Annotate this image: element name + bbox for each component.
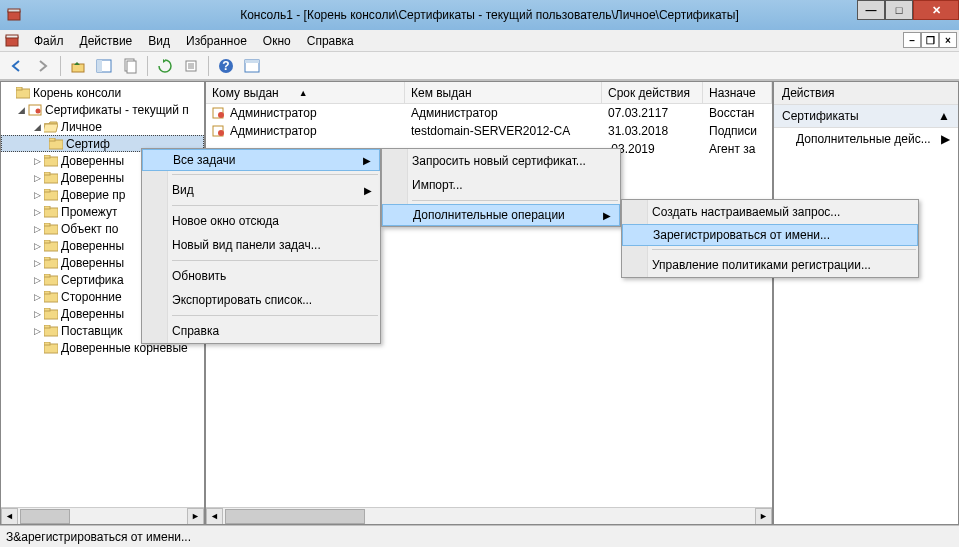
help-button[interactable]: ? <box>215 55 237 77</box>
expand-toggle[interactable]: ◢ <box>15 105 27 115</box>
folder-icon <box>43 154 59 168</box>
tree-label: Доверенны <box>61 307 124 321</box>
menu-window[interactable]: Окно <box>255 32 299 50</box>
folder-icon <box>43 273 59 287</box>
svg-rect-13 <box>245 60 259 63</box>
menu-help[interactable]: Справка <box>299 32 362 50</box>
expand-toggle[interactable]: ▷ <box>31 309 43 319</box>
mdi-restore[interactable]: ❐ <box>921 32 939 48</box>
ctx-help[interactable]: Справка <box>142 319 380 343</box>
refresh-button[interactable] <box>154 55 176 77</box>
actions-pane: Действия Сертификаты ▲ Дополнительные де… <box>773 81 959 525</box>
tree-certs-user[interactable]: ◢ Сертификаты - текущий п <box>1 101 204 118</box>
context-menu-1: Все задачи▶ Вид▶ Новое окно отсюда Новый… <box>141 148 381 344</box>
col-expires[interactable]: Срок действия <box>602 82 703 103</box>
menu-file[interactable]: Файл <box>26 32 72 50</box>
svg-rect-3 <box>6 35 18 38</box>
actions-section[interactable]: Сертификаты ▲ <box>774 105 958 128</box>
expand-toggle[interactable]: ▷ <box>31 258 43 268</box>
scroll-left-button[interactable]: ◄ <box>206 508 223 525</box>
expand-toggle[interactable]: ▷ <box>31 207 43 217</box>
ctx-import[interactable]: Импорт... <box>382 173 620 197</box>
expand-toggle[interactable]: ▷ <box>31 224 43 234</box>
scrollbar-thumb[interactable] <box>225 509 365 524</box>
tree-root[interactable]: Корень консоли <box>1 84 204 101</box>
ctx-new-window[interactable]: Новое окно отсюда <box>142 209 380 233</box>
ctx-manage-policies[interactable]: Управление политиками регистрации... <box>622 253 918 277</box>
col-issued-to[interactable]: Кому выдан▲ <box>206 82 405 103</box>
list-hscrollbar[interactable]: ◄ ► <box>206 507 772 524</box>
tree-label: Доверенны <box>61 256 124 270</box>
scrollbar-track[interactable] <box>18 508 187 525</box>
scrollbar-thumb[interactable] <box>20 509 70 524</box>
table-row[interactable]: Администратор testdomain-SERVER2012-CA 3… <box>206 122 772 140</box>
ctx-export[interactable]: Экспортировать список... <box>142 288 380 312</box>
expand-toggle[interactable]: ▷ <box>31 156 43 166</box>
expand-toggle[interactable]: ▷ <box>31 190 43 200</box>
collapse-icon[interactable]: ▲ <box>938 109 950 123</box>
folder-icon <box>43 188 59 202</box>
tree-label: Промежут <box>61 205 117 219</box>
svg-rect-23 <box>44 172 50 175</box>
show-hide-tree-button[interactable] <box>93 55 115 77</box>
up-button[interactable] <box>67 55 89 77</box>
context-menu-2: Запросить новый сертификат... Импорт... … <box>381 148 621 227</box>
menu-favorites[interactable]: Избранное <box>178 32 255 50</box>
folder-icon <box>43 239 59 253</box>
export-button[interactable] <box>180 55 202 77</box>
tree-personal[interactable]: ◢ Личное <box>1 118 204 135</box>
tree-label: Личное <box>61 120 102 134</box>
tree-label: Поставщик <box>61 324 123 338</box>
menu-view[interactable]: Вид <box>140 32 178 50</box>
ctx-new-taskpad[interactable]: Новый вид панели задач... <box>142 233 380 257</box>
ctx-refresh[interactable]: Обновить <box>142 264 380 288</box>
col-purpose[interactable]: Назначе <box>703 82 772 103</box>
ctx-request-new[interactable]: Запросить новый сертификат... <box>382 149 620 173</box>
cell-purpose: Восстан <box>703 106 772 120</box>
scrollbar-track[interactable] <box>223 508 755 525</box>
app-icon <box>4 5 24 25</box>
table-row[interactable]: Администратор Администратор 07.03.2117 В… <box>206 104 772 122</box>
scroll-right-button[interactable]: ► <box>187 508 204 525</box>
cell-expires: 07.03.2117 <box>602 106 703 120</box>
ctx-custom-request[interactable]: Создать настраиваемый запрос... <box>622 200 918 224</box>
expand-toggle[interactable]: ▷ <box>31 326 43 336</box>
submenu-arrow-icon: ▶ <box>363 155 371 166</box>
submenu-arrow-icon: ▶ <box>364 185 372 196</box>
folder-icon <box>43 171 59 185</box>
scroll-left-button[interactable]: ◄ <box>1 508 18 525</box>
scroll-right-button[interactable]: ► <box>755 508 772 525</box>
minimize-button[interactable]: — <box>857 0 885 20</box>
ctx-view[interactable]: Вид▶ <box>142 178 380 202</box>
svg-point-47 <box>218 130 224 136</box>
folder-icon <box>43 290 59 304</box>
mdi-close[interactable]: × <box>939 32 957 48</box>
ctx-enroll-obo[interactable]: Зарегистрироваться от имени... <box>622 224 918 246</box>
expand-toggle[interactable]: ▷ <box>31 241 43 251</box>
forward-button[interactable] <box>32 55 54 77</box>
ctx-all-tasks[interactable]: Все задачи▶ <box>142 149 380 171</box>
expand-toggle[interactable]: ▷ <box>31 173 43 183</box>
cell-purpose: Агент за <box>703 142 772 156</box>
expand-toggle[interactable]: ▷ <box>31 292 43 302</box>
certificate-icon <box>212 124 226 138</box>
properties-button[interactable] <box>241 55 263 77</box>
close-button[interactable]: ✕ <box>913 0 959 20</box>
back-button[interactable] <box>6 55 28 77</box>
submenu-arrow-icon: ▶ <box>603 210 611 221</box>
col-issued-by[interactable]: Кем выдан <box>405 82 602 103</box>
expand-toggle[interactable]: ▷ <box>31 275 43 285</box>
tree-hscrollbar[interactable]: ◄ ► <box>1 507 204 524</box>
titlebar: Консоль1 - [Корень консоли\Сертификаты -… <box>0 0 959 30</box>
actions-more[interactable]: Дополнительные дейс... ▶ <box>774 128 958 150</box>
copy-icon[interactable] <box>119 55 141 77</box>
mdi-minimize[interactable]: – <box>903 32 921 48</box>
maximize-button[interactable]: □ <box>885 0 913 20</box>
menu-action[interactable]: Действие <box>72 32 141 50</box>
expand-toggle[interactable]: ◢ <box>31 122 43 132</box>
tree-label: Корень консоли <box>33 86 121 100</box>
statusbar: З&арегистрироваться от имени... <box>0 525 959 547</box>
tree-label: Сертиф <box>66 137 110 151</box>
svg-rect-1 <box>8 9 20 12</box>
ctx-advanced[interactable]: Дополнительные операции▶ <box>382 204 620 226</box>
